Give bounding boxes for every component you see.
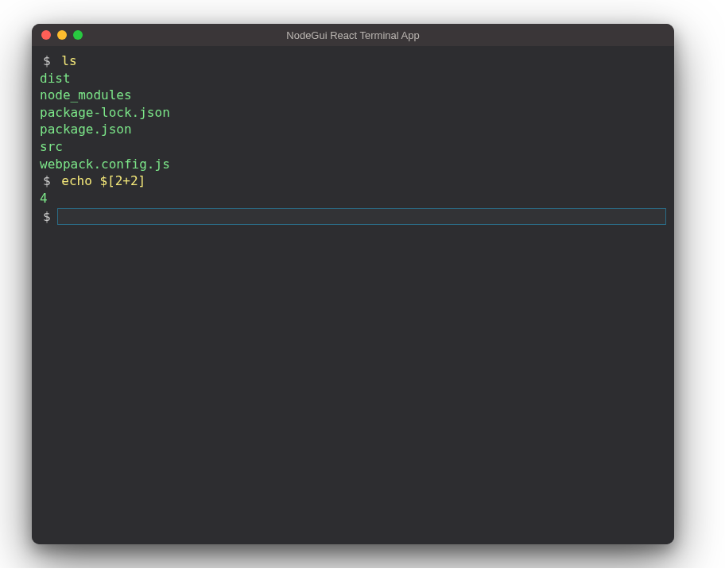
terminal-window: NodeGui React Terminal App $ ls dist nod… [32,24,674,544]
output-text: webpack.config.js [40,156,170,173]
terminal-input-line: $ [40,208,666,226]
terminal-input[interactable] [57,208,666,225]
minimize-icon[interactable] [57,30,67,40]
prompt-symbol: $ [40,208,54,226]
output-text: src [40,138,63,156]
maximize-icon[interactable] [73,30,83,40]
close-icon[interactable] [41,30,51,40]
terminal-line: package.json [40,121,666,138]
command-text: ls [61,52,76,70]
titlebar: NodeGui React Terminal App [32,24,674,46]
terminal-line: webpack.config.js [40,156,666,173]
prompt-symbol: $ [40,52,54,70]
output-text: package.json [40,121,132,138]
output-text: node_modules [40,87,132,104]
command-text: echo $[2+2] [61,172,145,190]
terminal-line: $ ls [40,52,666,70]
terminal-line: 4 [40,190,666,207]
terminal-line: $ echo $[2+2] [40,172,666,190]
terminal-line: package-lock.json [40,104,666,122]
terminal-body[interactable]: $ ls dist node_modules package-lock.json… [32,46,674,544]
traffic-lights [32,30,83,40]
output-text: 4 [40,190,48,207]
window-title: NodeGui React Terminal App [32,29,674,41]
terminal-line: node_modules [40,87,666,104]
prompt-symbol: $ [40,172,54,190]
terminal-line: dist [40,70,666,87]
output-text: package-lock.json [40,104,170,122]
terminal-line: src [40,138,666,156]
output-text: dist [40,70,71,87]
